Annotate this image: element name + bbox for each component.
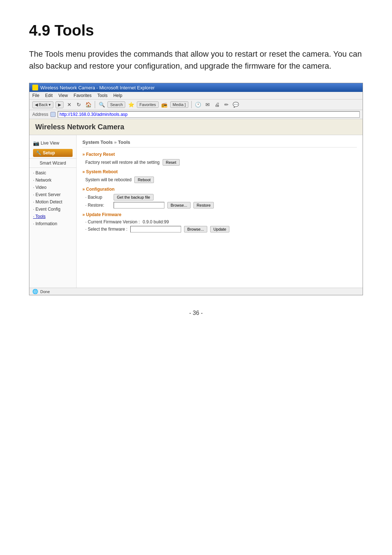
sidebar-item-basic[interactable]: · Basic — [29, 169, 76, 177]
page-description: The Tools menu provides the commands tha… — [29, 48, 363, 72]
firmware-version-row: · Current Firmware Version : 0.9.0 build… — [85, 219, 357, 224]
camera-app-header: Wireless Network Camera — [29, 119, 363, 135]
select-firmware-row: · Select the firmware : Browse... Update — [85, 226, 357, 232]
browser-menubar: File Edit View Favorites Tools Help — [29, 92, 363, 100]
address-label: Address — [32, 112, 48, 117]
factory-reset-header: Factory Reset — [82, 152, 357, 157]
browser-title: Wireless Network Camera - Microsoft Inte… — [40, 85, 155, 90]
breadcrumb-system-tools: System Tools — [82, 139, 113, 145]
factory-reset-button[interactable]: Reset — [163, 159, 180, 166]
backup-row: · Backup Get the backup file — [85, 194, 357, 200]
browser-titlebar: Wireless Network Camera - Microsoft Inte… — [29, 83, 363, 92]
toolbar-sep-2 — [191, 101, 192, 108]
restore-label: · Restore: — [85, 203, 111, 208]
mail-icon[interactable]: ✉ — [204, 101, 211, 108]
sidebar-item-information[interactable]: · Information — [29, 220, 76, 227]
system-reboot-description: System will be rebooted — [85, 177, 131, 182]
forward-icon: ▶ — [58, 102, 61, 107]
sidebar-item-network[interactable]: · Network — [29, 177, 76, 184]
spacer — [82, 234, 357, 263]
browser-addressbar: Address — [29, 110, 363, 119]
camera-app-title: Wireless Network Camera — [35, 123, 124, 131]
system-reboot-row: System will be rebooted Reboot — [85, 177, 357, 183]
firmware-file-input[interactable] — [130, 226, 181, 232]
menu-tools[interactable]: Tools — [97, 93, 107, 98]
page-title: 4.9 Tools — [29, 22, 363, 39]
firmware-browse-button[interactable]: Browse... — [184, 226, 207, 232]
update-button[interactable]: Update — [210, 226, 229, 232]
media-label[interactable]: Media ] — [170, 101, 188, 108]
menu-favorites[interactable]: Favorites — [74, 93, 91, 98]
address-input[interactable] — [58, 111, 360, 118]
select-firmware-label: · Select the firmware : — [85, 227, 127, 232]
camera-app-body: 📷 Live View 🔧 Setup Smart Wizard · Basic… — [29, 135, 363, 288]
status-text: Done — [40, 289, 50, 294]
factory-reset-description: Factory reset will restore all the setti… — [85, 160, 160, 165]
back-button[interactable]: ◀ Back ▾ — [32, 101, 53, 108]
status-icon: 🌐 — [32, 289, 38, 294]
back-dropdown-icon: ▾ — [49, 102, 51, 107]
refresh-button[interactable]: ↻ — [75, 101, 82, 108]
search-label[interactable]: Search — [107, 101, 125, 108]
favorites-label[interactable]: Favorites — [137, 101, 158, 108]
sidebar-smart-wizard-label: Smart Wizard — [40, 161, 66, 166]
forward-button[interactable]: ▶ — [56, 101, 64, 108]
firmware-version-value: 0.9.0 build:99 — [143, 219, 169, 224]
favorites-star-icon: ⭐ — [127, 101, 135, 108]
address-page-icon — [50, 112, 56, 117]
menu-edit[interactable]: Edit — [45, 93, 53, 98]
factory-reset-row: Factory reset will restore all the setti… — [85, 159, 357, 166]
sidebar-item-event-server[interactable]: · Event Server — [29, 191, 76, 198]
get-backup-button[interactable]: Get the backup file — [114, 194, 154, 200]
browser-statusbar: 🌐 Done — [29, 288, 363, 295]
edit-icon[interactable]: ✏ — [223, 101, 230, 108]
search-icon: 🔍 — [98, 101, 105, 108]
menu-help[interactable]: Help — [113, 93, 122, 98]
sidebar-item-video[interactable]: · Video — [29, 184, 76, 191]
browser-content: Wireless Network Camera 📷 Live View 🔧 Se… — [29, 119, 363, 288]
firmware-version-label: · Current Firmware Version : — [85, 219, 140, 224]
browser-icon — [32, 85, 38, 90]
stop-button[interactable]: ✕ — [66, 101, 73, 108]
update-firmware-header: Update Firmware — [82, 212, 357, 217]
media-icon: 📻 — [161, 101, 168, 108]
configuration-header: Configuration — [82, 187, 357, 192]
menu-file[interactable]: File — [32, 93, 39, 98]
sidebar-item-event-config[interactable]: · Event Config — [29, 206, 76, 213]
sidebar-live-view-label: Live View — [41, 141, 59, 146]
camera-sidebar: 📷 Live View 🔧 Setup Smart Wizard · Basic… — [29, 135, 77, 288]
sidebar-smart-wizard[interactable]: Smart Wizard — [29, 158, 76, 168]
back-icon: ◀ — [35, 102, 38, 107]
breadcrumb: System Tools » Tools — [82, 139, 357, 147]
restore-button[interactable]: Restore — [193, 202, 214, 208]
sidebar-setup-label: Setup — [43, 150, 55, 155]
print-icon[interactable]: 🖨 — [213, 101, 221, 108]
sidebar-item-motion-detect[interactable]: · Motion Detect — [29, 198, 76, 206]
browser-toolbar: ◀ Back ▾ ▶ ✕ ↻ 🏠 🔍 Search ⭐ Favorites 📻 … — [29, 100, 363, 110]
reboot-button[interactable]: Reboot — [134, 177, 154, 183]
page-footer: - 36 - — [29, 310, 363, 316]
system-reboot-header: System Reboot — [82, 169, 357, 174]
backup-label: · Backup — [85, 195, 111, 200]
breadcrumb-tools: Tools — [118, 139, 130, 145]
sidebar-setup-button[interactable]: 🔧 Setup — [33, 149, 73, 157]
sidebar-item-tools[interactable]: · Tools — [29, 213, 76, 220]
back-label: Back — [39, 102, 48, 107]
browser-window: Wireless Network Camera - Microsoft Inte… — [29, 83, 363, 295]
toolbar-sep-1 — [95, 101, 95, 108]
home-button[interactable]: 🏠 — [85, 101, 92, 108]
sidebar-live-view[interactable]: 📷 Live View — [29, 139, 76, 147]
breadcrumb-arrow: » — [114, 139, 118, 145]
restore-browse-button[interactable]: Browse... — [167, 202, 191, 208]
discuss-icon[interactable]: 💬 — [232, 101, 240, 108]
camera-main-panel: System Tools » Tools Factory Reset Facto… — [77, 135, 363, 288]
history-icon[interactable]: 🕐 — [195, 101, 202, 108]
setup-icon: 🔧 — [36, 150, 41, 155]
restore-row: · Restore: Browse... Restore — [85, 202, 357, 208]
menu-view[interactable]: View — [58, 93, 68, 98]
camera-icon: 📷 — [33, 140, 39, 146]
restore-file-input[interactable] — [114, 202, 164, 208]
